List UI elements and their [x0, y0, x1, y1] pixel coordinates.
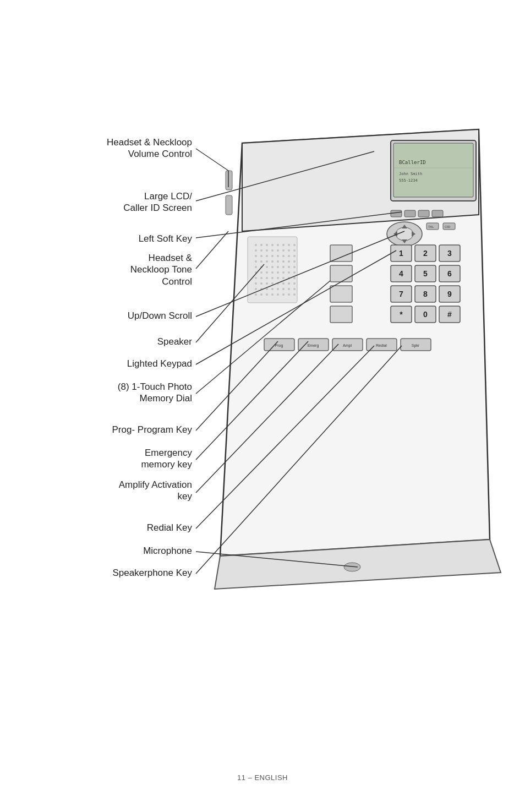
- svg-rect-141: [226, 195, 232, 215]
- svg-point-94: [260, 293, 262, 296]
- svg-point-43: [288, 255, 290, 257]
- svg-point-99: [288, 293, 290, 296]
- page-footer: 11 – ENGLISH: [0, 773, 525, 782]
- svg-point-87: [266, 288, 268, 290]
- svg-point-62: [260, 271, 262, 274]
- svg-point-39: [266, 255, 268, 257]
- svg-point-71: [266, 277, 268, 279]
- svg-line-150: [196, 281, 330, 394]
- svg-line-151: [196, 341, 278, 430]
- svg-point-56: [271, 266, 274, 268]
- svg-line-148: [196, 264, 264, 342]
- svg-point-25: [277, 244, 279, 246]
- svg-rect-106: [415, 245, 436, 261]
- svg-rect-0: [391, 140, 476, 201]
- svg-point-48: [271, 260, 274, 263]
- svg-point-82: [282, 282, 285, 285]
- label-up-down-scroll: Up/Down Scroll: [82, 310, 192, 321]
- svg-point-49: [277, 260, 279, 263]
- svg-line-145: [196, 212, 402, 238]
- svg-marker-14: [393, 231, 397, 237]
- svg-line-155: [196, 552, 358, 567]
- svg-point-31: [266, 249, 268, 252]
- svg-rect-112: [415, 265, 436, 282]
- svg-text:*: *: [400, 310, 403, 319]
- label-headset-neckloop-tone: Headset &Neckloop ToneControl: [82, 252, 192, 287]
- svg-rect-101: [330, 245, 352, 261]
- svg-point-70: [260, 277, 262, 279]
- svg-rect-9: [432, 210, 443, 217]
- svg-line-147: [196, 231, 404, 317]
- label-emergency-memory-key: Emergencymemory key: [82, 447, 192, 471]
- svg-point-22: [260, 244, 262, 246]
- svg-point-44: [293, 255, 296, 257]
- svg-marker-15: [412, 231, 415, 237]
- svg-point-46: [260, 260, 262, 263]
- svg-rect-124: [415, 306, 436, 323]
- svg-rect-130: [298, 339, 329, 351]
- svg-rect-8: [418, 210, 429, 217]
- svg-line-152: [196, 341, 308, 460]
- svg-point-68: [293, 271, 296, 274]
- svg-rect-103: [330, 286, 352, 302]
- svg-rect-131: [332, 339, 363, 351]
- svg-text:Ampl: Ampl: [343, 344, 352, 348]
- svg-marker-13: [402, 239, 407, 243]
- svg-line-144: [196, 151, 374, 201]
- label-lighted-keypad: Lighted Keypad: [82, 358, 192, 369]
- svg-point-50: [282, 260, 285, 263]
- label-speaker: Speaker: [82, 336, 192, 347]
- svg-rect-1: [393, 143, 473, 197]
- label-memory-dial: (8) 1-Touch PhotoMemory Dial: [82, 381, 192, 405]
- svg-rect-119: [439, 286, 460, 302]
- label-amplify-activation-key: Amplify Activationkey: [82, 479, 192, 503]
- svg-point-58: [282, 266, 285, 268]
- svg-text:8: 8: [423, 290, 428, 298]
- label-left-soft-key: Left Soft Key: [82, 233, 192, 244]
- svg-point-75: [288, 277, 290, 279]
- svg-point-26: [282, 244, 285, 246]
- svg-point-78: [260, 282, 262, 285]
- svg-point-100: [293, 293, 296, 296]
- svg-point-57: [277, 266, 279, 268]
- label-headset-neckloop-volume: Headset & Neckloop Volume Control: [82, 137, 192, 160]
- svg-text:4: 4: [399, 269, 403, 278]
- svg-text:3: 3: [447, 249, 452, 258]
- label-large-lcd: Large LCD/Caller ID Screen: [82, 190, 192, 214]
- svg-point-54: [260, 266, 262, 268]
- svg-text:BCallerID: BCallerID: [399, 160, 426, 165]
- svg-point-91: [288, 288, 290, 290]
- svg-point-80: [271, 282, 274, 285]
- svg-text:#: #: [447, 310, 452, 319]
- svg-point-76: [293, 277, 296, 279]
- svg-text:1: 1: [399, 249, 403, 258]
- label-speakerphone-key: Speakerphone Key: [82, 567, 192, 579]
- svg-text:7: 7: [399, 290, 403, 298]
- svg-rect-125: [439, 306, 460, 323]
- svg-text:CID: CID: [445, 225, 451, 228]
- svg-rect-132: [367, 339, 397, 351]
- svg-point-73: [277, 277, 279, 279]
- svg-line-153: [196, 344, 338, 493]
- svg-point-38: [260, 255, 262, 257]
- svg-point-10: [387, 222, 422, 246]
- svg-point-41: [277, 255, 279, 257]
- svg-point-30: [260, 249, 262, 252]
- svg-point-83: [288, 282, 290, 285]
- svg-point-79: [266, 282, 268, 285]
- svg-point-40: [271, 255, 274, 257]
- svg-rect-7: [404, 210, 415, 217]
- svg-point-33: [277, 249, 279, 252]
- svg-point-92: [293, 288, 296, 290]
- svg-point-86: [260, 288, 262, 290]
- svg-rect-133: [401, 339, 431, 351]
- svg-point-64: [271, 271, 274, 274]
- svg-point-65: [277, 271, 279, 274]
- svg-point-89: [277, 288, 279, 290]
- label-prog-program-key: Prog- Program Key: [82, 424, 192, 435]
- svg-rect-113: [439, 265, 460, 282]
- svg-point-28: [293, 244, 296, 246]
- svg-point-74: [282, 277, 285, 279]
- svg-point-139: [344, 563, 360, 571]
- svg-point-67: [288, 271, 290, 274]
